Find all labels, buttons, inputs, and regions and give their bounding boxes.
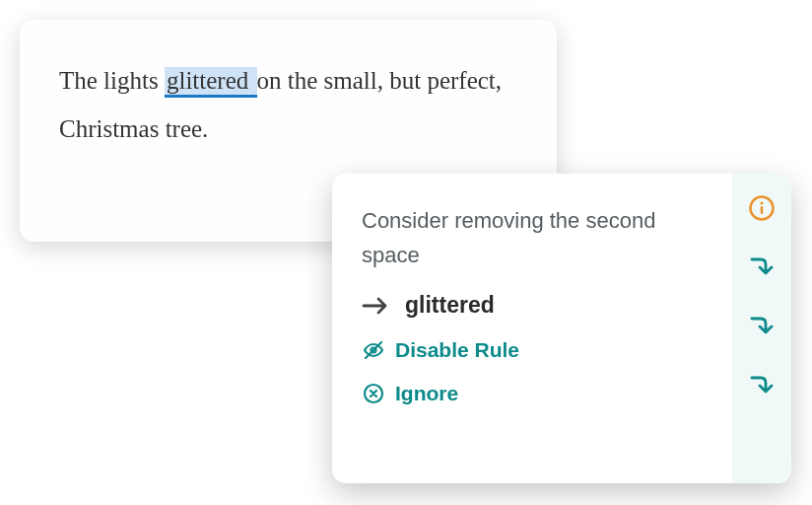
svg-point-3 bbox=[760, 201, 763, 204]
svg-rect-4 bbox=[761, 206, 764, 214]
ignore-label: Ignore bbox=[395, 382, 458, 405]
suggestion-side-rail bbox=[732, 174, 791, 483]
suggestion-title: Consider removing the second space bbox=[362, 203, 703, 272]
ignore-button[interactable]: Ignore bbox=[362, 382, 703, 405]
disable-rule-label: Disable Rule bbox=[395, 338, 519, 362]
suggestion-main: Consider removing the second space glitt… bbox=[332, 174, 732, 483]
eye-off-icon bbox=[362, 338, 385, 362]
suggestion-card: Consider removing the second space glitt… bbox=[332, 174, 791, 483]
apply-suggestion[interactable]: glittered bbox=[362, 292, 703, 319]
replacement-text: glittered bbox=[405, 292, 495, 319]
arrow-right-icon bbox=[362, 295, 389, 317]
text-before: The lights bbox=[59, 67, 165, 94]
next-arrow-icon-2[interactable] bbox=[747, 312, 777, 341]
x-circle-icon bbox=[362, 382, 385, 405]
flagged-text[interactable]: glittered bbox=[165, 67, 257, 98]
info-icon[interactable] bbox=[747, 193, 777, 223]
editor-text[interactable]: The lights glittered on the small, but p… bbox=[59, 57, 517, 154]
disable-rule-button[interactable]: Disable Rule bbox=[362, 338, 703, 362]
next-arrow-icon-1[interactable] bbox=[747, 252, 777, 282]
next-arrow-icon-3[interactable] bbox=[747, 371, 777, 400]
